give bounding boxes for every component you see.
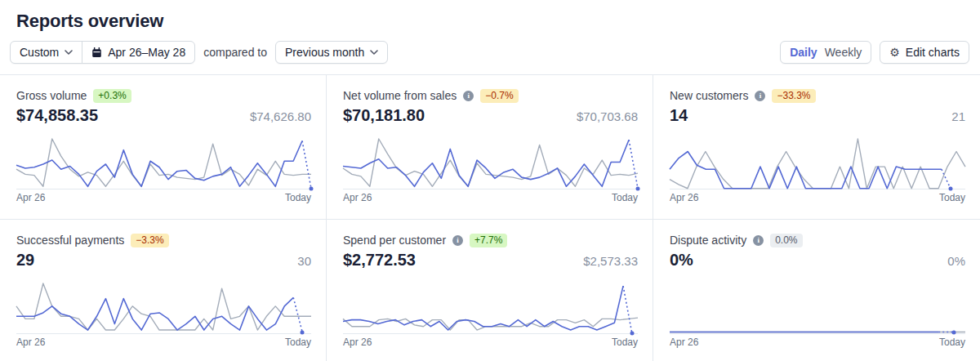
sparkline-chart	[343, 139, 638, 189]
metric-current-value: $2,772.53	[343, 251, 416, 270]
info-icon[interactable]	[452, 235, 463, 246]
metrics-grid: Gross volume +0.3% $74,858.35 $74,626.80…	[0, 74, 980, 361]
metric-current-value: $74,858.35	[16, 106, 98, 125]
comparison-value: Previous month	[285, 46, 364, 59]
date-range-control: Custom Apr 26–May 28	[10, 41, 195, 64]
axis-label-start: Apr 26	[16, 336, 45, 348]
chart-svg	[670, 283, 965, 334]
sparkline-chart	[16, 283, 311, 334]
chart-svg	[16, 139, 311, 189]
metric-card-header: Dispute activity 0.0%	[670, 232, 965, 248]
sparkline-chart	[670, 283, 965, 334]
axis-label-end: Today	[939, 192, 965, 203]
metric-values: 0% 0%	[670, 251, 965, 270]
metric-comparison-value: $70,703.68	[577, 109, 638, 123]
metric-card-header: Spend per customer +7.7%	[343, 232, 638, 248]
date-range-label: Apr 26–May 28	[108, 46, 185, 59]
metric-comparison-value: 30	[297, 254, 311, 268]
metric-card-header: Successful payments −3.3%	[16, 232, 311, 248]
axis-label-end: Today	[612, 336, 638, 348]
toolbar: Custom Apr 26–May 28 compared to Previou…	[0, 41, 980, 74]
metric-current-value: 14	[670, 106, 688, 125]
axis-label-start: Apr 26	[343, 336, 372, 348]
range-preset-dropdown[interactable]: Custom	[11, 42, 82, 63]
chart-svg	[16, 283, 311, 334]
sparkline-chart	[670, 139, 965, 189]
metric-values: 14 21	[670, 106, 965, 125]
sparkline-chart	[343, 283, 638, 334]
metric-title: Successful payments	[16, 234, 124, 247]
axis-label-end: Today	[612, 192, 638, 203]
metric-card-header: New customers −33.3%	[670, 87, 965, 104]
metric-current-value: $70,181.80	[343, 106, 425, 125]
granularity-weekly[interactable]: Weekly	[825, 46, 862, 59]
change-badge: −0.7%	[480, 89, 518, 103]
info-icon[interactable]	[753, 235, 764, 246]
chart-axis: Apr 26 Today	[343, 336, 638, 348]
axis-label-start: Apr 26	[343, 192, 372, 203]
axis-label-start: Apr 26	[670, 336, 698, 348]
chart-axis: Apr 26 Today	[670, 336, 965, 348]
metric-comparison-value: 21	[951, 109, 965, 123]
metric-card-net-volume[interactable]: Net volume from sales −0.7% $70,181.80 $…	[327, 75, 653, 220]
metric-comparison-value: $74,626.80	[250, 109, 311, 123]
chart-end-dot	[948, 186, 952, 190]
page-title: Reports overview	[16, 11, 980, 32]
granularity-daily[interactable]: Daily	[790, 46, 817, 59]
axis-label-start: Apr 26	[670, 192, 698, 203]
axis-label-end: Today	[939, 336, 965, 348]
chart-svg	[343, 283, 638, 334]
metric-card-header: Net volume from sales −0.7%	[343, 87, 638, 104]
metric-values: 29 30	[16, 251, 311, 270]
chevron-down-icon	[370, 50, 378, 55]
chart-end-dot	[630, 331, 634, 335]
metric-card-successful-payments[interactable]: Successful payments −3.3% 29 30 Apr 26 T…	[0, 220, 327, 361]
chart-end-dot	[310, 186, 314, 190]
metric-values: $2,772.53 $2,573.33	[343, 251, 638, 270]
metric-card-dispute-activity[interactable]: Dispute activity 0.0% 0% 0% Apr 26 Today	[653, 220, 980, 361]
metric-title: Gross volume	[16, 89, 87, 102]
metric-comparison-value: 0%	[947, 254, 965, 268]
edit-charts-button[interactable]: ⚙ Edit charts	[880, 41, 969, 64]
change-badge: +0.3%	[93, 89, 131, 103]
change-badge: 0.0%	[770, 234, 802, 247]
chevron-down-icon	[65, 50, 73, 55]
granularity-toggle: Daily Weekly	[780, 41, 871, 64]
date-range-picker[interactable]: Apr 26–May 28	[82, 42, 194, 63]
change-badge: −33.3%	[772, 89, 815, 103]
chart-axis: Apr 26 Today	[16, 192, 311, 203]
metric-card-header: Gross volume +0.3%	[16, 87, 311, 104]
sparkline-chart	[16, 139, 311, 189]
metric-card-new-customers[interactable]: New customers −33.3% 14 21 Apr 26 Today	[653, 75, 980, 220]
axis-label-start: Apr 26	[16, 192, 45, 203]
range-preset-label: Custom	[20, 46, 59, 59]
metric-values: $74,858.35 $74,626.80	[16, 106, 311, 125]
compared-to-label: compared to	[203, 46, 267, 59]
chart-end-dot	[301, 330, 305, 334]
axis-label-end: Today	[285, 192, 311, 203]
info-icon[interactable]	[463, 91, 474, 101]
metric-card-spend-per-customer[interactable]: Spend per customer +7.7% $2,772.53 $2,57…	[327, 220, 653, 361]
metric-current-value: 29	[16, 251, 34, 270]
chart-svg	[670, 139, 965, 189]
change-badge: −3.3%	[131, 234, 168, 247]
metric-title: New customers	[670, 89, 748, 102]
chart-axis: Apr 26 Today	[670, 192, 965, 203]
axis-label-end: Today	[285, 336, 311, 348]
chart-end-dot	[951, 330, 956, 334]
metric-title: Net volume from sales	[343, 89, 457, 102]
calendar-icon	[91, 47, 102, 58]
metric-comparison-value: $2,573.33	[583, 254, 638, 268]
metric-values: $70,181.80 $70,703.68	[343, 106, 638, 125]
chart-svg	[343, 139, 638, 189]
change-badge: +7.7%	[470, 234, 507, 247]
comparison-dropdown[interactable]: Previous month	[275, 41, 388, 64]
chart-end-dot	[636, 186, 640, 190]
metric-title: Dispute activity	[670, 234, 746, 247]
metric-title: Spend per customer	[343, 234, 446, 247]
chart-axis: Apr 26 Today	[343, 192, 638, 203]
metric-current-value: 0%	[670, 251, 693, 270]
gear-icon: ⚙	[889, 47, 900, 58]
metric-card-gross-volume[interactable]: Gross volume +0.3% $74,858.35 $74,626.80…	[0, 75, 327, 220]
info-icon[interactable]	[755, 91, 765, 101]
